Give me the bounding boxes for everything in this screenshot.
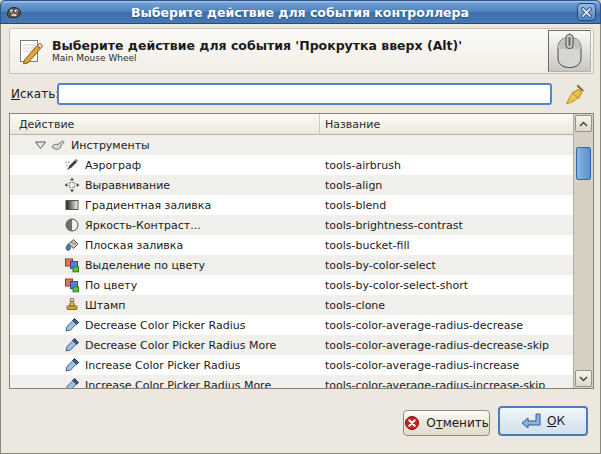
- tree-item-row[interactable]: Выравниваниеtools-align: [10, 175, 573, 195]
- window-title: Выберите действие для события контроллер…: [23, 5, 577, 20]
- action-label: Выравнивание: [85, 179, 170, 192]
- brightness-contrast-icon: [64, 217, 80, 233]
- action-cell: Decrease Color Picker Radius More: [10, 335, 320, 355]
- action-name: tools-color-average-radius-decrease-skip: [320, 339, 573, 352]
- action-label: Increase Color Picker Radius: [85, 359, 240, 372]
- action-cell: Инструменты: [10, 135, 320, 155]
- color-picker-icon: [64, 377, 80, 388]
- close-button[interactable]: [577, 3, 596, 21]
- action-cell: Штамп: [10, 295, 320, 315]
- scroll-up-icon[interactable]: [575, 115, 592, 132]
- tree-item-row[interactable]: Яркость-Контраст...tools-brightness-cont…: [10, 215, 573, 235]
- action-name: tools-brightness-contrast: [320, 219, 573, 232]
- titlebar[interactable]: Выберите действие для события контроллер…: [0, 0, 601, 24]
- scroll-down-icon[interactable]: [575, 370, 592, 387]
- blend-icon: [64, 197, 80, 213]
- action-list: Действие Название ИнструментыАэрографtoo…: [9, 113, 594, 389]
- edit-action-icon: [17, 38, 44, 65]
- tree-group-row[interactable]: Инструменты: [10, 135, 573, 155]
- cancel-label: Отменить: [426, 416, 489, 430]
- ok-label: ОК: [547, 414, 565, 428]
- action-label: Яркость-Контраст...: [85, 219, 201, 232]
- tree-item-row[interactable]: Плоская заливкаtools-bucket-fill: [10, 235, 573, 255]
- action-cell: Выделение по цвету: [10, 255, 320, 275]
- action-cell: Decrease Color Picker Radius: [10, 315, 320, 335]
- action-name: tools-color-average-radius-increase-skip: [320, 379, 573, 389]
- event-header-text: Выберите действие для события 'Прокрутка…: [52, 38, 593, 64]
- action-label: Градиентная заливка: [85, 199, 211, 212]
- tree-item-row[interactable]: Градиентная заливкаtools-blend: [10, 195, 573, 215]
- mouse-icon: [553, 33, 586, 70]
- controller-icon-frame: [548, 30, 591, 72]
- tree-item-row[interactable]: По цветуtools-by-color-select-short: [10, 275, 573, 295]
- dialog-content: Выберите действие для события 'Прокрутка…: [0, 24, 601, 454]
- action-cell: По цвету: [10, 275, 320, 295]
- action-name: tools-color-average-radius-decrease: [320, 319, 573, 332]
- airbrush-icon: [64, 157, 80, 173]
- action-name: tools-by-color-select: [320, 259, 573, 272]
- tree-item-row[interactable]: Decrease Color Picker Radiustools-color-…: [10, 315, 573, 335]
- action-cell: Increase Color Picker Radius: [10, 355, 320, 375]
- action-label: Инструменты: [71, 139, 150, 152]
- bucket-fill-icon: [64, 237, 80, 253]
- tree-item-row[interactable]: Increase Color Picker Radius Moretools-c…: [10, 375, 573, 388]
- search-input[interactable]: [57, 83, 552, 105]
- event-header: Выберите действие для события 'Прокрутка…: [9, 28, 594, 74]
- action-label: По цвету: [85, 279, 137, 292]
- search-label: Искать:: [11, 87, 59, 101]
- action-name: tools-clone: [320, 299, 573, 312]
- tree-item-row[interactable]: Increase Color Picker Radiustools-color-…: [10, 355, 573, 375]
- action-label: Decrease Color Picker Radius More: [85, 339, 276, 352]
- action-list-body: ИнструментыАэрографtools-airbrushВыравни…: [10, 135, 573, 388]
- action-label: Increase Color Picker Radius More: [85, 379, 271, 389]
- cancel-icon: [404, 415, 420, 431]
- action-name: tools-by-color-select-short: [320, 279, 573, 292]
- cancel-button[interactable]: Отменить: [403, 410, 490, 436]
- dialog-window: Выберите действие для события контроллер…: [0, 0, 601, 454]
- clone-icon: [64, 297, 80, 313]
- color-picker-icon: [64, 337, 80, 353]
- tree-item-row[interactable]: Decrease Color Picker Radius Moretools-c…: [10, 335, 573, 355]
- action-label: Аэрограф: [85, 159, 141, 172]
- color-picker-icon: [64, 317, 80, 333]
- gimp-wilber-icon: [5, 3, 23, 21]
- action-label: Плоская заливка: [85, 239, 183, 252]
- by-color-select-icon: [64, 257, 80, 273]
- column-header-name[interactable]: Название: [320, 114, 573, 135]
- action-label: Штамп: [85, 299, 125, 312]
- tree-item-row[interactable]: Аэрографtools-airbrush: [10, 155, 573, 175]
- action-cell: Increase Color Picker Radius More: [10, 375, 320, 388]
- action-label: Выделение по цвету: [85, 259, 205, 272]
- vertical-scrollbar[interactable]: [573, 114, 593, 388]
- color-picker-icon: [64, 357, 80, 373]
- action-cell: Яркость-Контраст...: [10, 215, 320, 235]
- action-name: tools-align: [320, 179, 573, 192]
- event-title: Выберите действие для события 'Прокрутка…: [52, 38, 593, 53]
- expander-open-icon[interactable]: [34, 139, 50, 151]
- action-cell: Плоская заливка: [10, 235, 320, 255]
- tools-group-icon: [50, 137, 66, 153]
- enter-arrow-icon: [521, 413, 541, 430]
- action-cell: Выравнивание: [10, 175, 320, 195]
- action-name: tools-blend: [320, 199, 573, 212]
- column-header-action[interactable]: Действие: [10, 114, 320, 135]
- clear-search-broom-icon[interactable]: [562, 83, 588, 107]
- scrollbar-thumb[interactable]: [576, 147, 591, 180]
- controller-name: Main Mouse Wheel: [52, 53, 593, 64]
- action-name: tools-airbrush: [320, 159, 573, 172]
- by-color-select-icon: [64, 277, 80, 293]
- action-name: tools-bucket-fill: [320, 239, 573, 252]
- action-label: Decrease Color Picker Radius: [85, 319, 245, 332]
- action-cell: Аэрограф: [10, 155, 320, 175]
- action-cell: Градиентная заливка: [10, 195, 320, 215]
- ok-button[interactable]: ОК: [498, 406, 588, 436]
- align-icon: [64, 177, 80, 193]
- list-column-headers: Действие Название: [10, 114, 573, 135]
- action-name: tools-color-average-radius-increase: [320, 359, 573, 372]
- tree-item-row[interactable]: Штампtools-clone: [10, 295, 573, 315]
- tree-item-row[interactable]: Выделение по цветуtools-by-color-select: [10, 255, 573, 275]
